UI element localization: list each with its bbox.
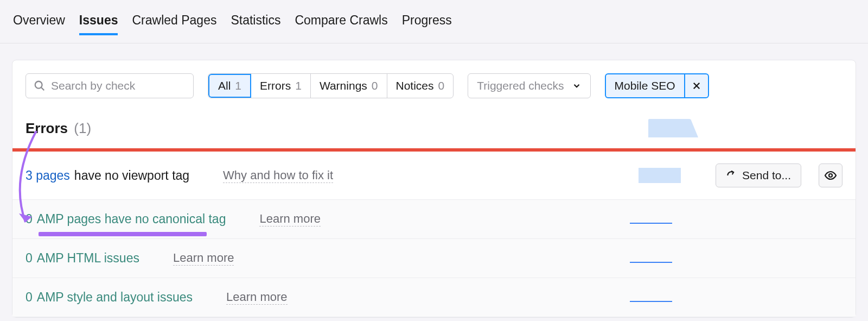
issue-row-viewport: 3 pages have no viewport tag Why and how…	[12, 152, 856, 200]
annotation-underline	[39, 232, 207, 236]
send-to-button[interactable]: Send to...	[716, 163, 801, 187]
chip-label[interactable]: Mobile SEO	[606, 74, 685, 97]
issue-page-count-link[interactable]: 3 pages	[25, 168, 70, 183]
issue-count: 0	[25, 251, 33, 266]
issue-count: 0	[25, 212, 33, 226]
chip-remove-button[interactable]	[685, 74, 708, 97]
svg-point-4	[829, 174, 832, 177]
search-icon	[34, 80, 46, 92]
learn-more-link[interactable]: Learn more	[226, 290, 288, 305]
filter-warnings-count: 0	[372, 79, 378, 92]
tab-statistics[interactable]: Statistics	[231, 13, 280, 35]
filter-toolbar: Search by check All 1 Errors 1 Warnings …	[12, 73, 856, 114]
row-sparkline	[630, 301, 672, 302]
issue-row-amp-style: 0 AMP style and layout issues Learn more	[12, 278, 856, 317]
filter-errors[interactable]: Errors 1	[251, 74, 311, 98]
tab-compare-crawls[interactable]: Compare Crawls	[295, 13, 387, 35]
tab-overview[interactable]: Overview	[13, 13, 65, 35]
section-count: (1)	[74, 120, 91, 136]
filter-warnings-label: Warnings	[320, 79, 367, 92]
search-placeholder: Search by check	[51, 79, 135, 92]
share-icon	[726, 170, 737, 181]
filter-notices-count: 0	[438, 79, 445, 92]
filter-errors-count: 1	[295, 79, 302, 92]
issue-description: AMP HTML issues	[37, 251, 139, 266]
filter-all-label: All	[218, 79, 231, 92]
row-sparkline	[639, 168, 681, 183]
dropdown-label: Triggered checks	[477, 79, 564, 92]
chevron-down-icon	[572, 81, 582, 91]
issues-panel: Search by check All 1 Errors 1 Warnings …	[12, 60, 856, 318]
errors-section-header: Errors (1)	[12, 114, 856, 148]
why-fix-link[interactable]: Why and how to fix it	[223, 168, 333, 183]
tab-crawled-pages[interactable]: Crawled Pages	[132, 13, 216, 35]
row-sparkline	[630, 223, 672, 224]
close-icon	[692, 81, 701, 91]
section-sparkline-placeholder	[648, 119, 691, 137]
filter-notices-label: Notices	[396, 79, 434, 92]
learn-more-link[interactable]: Learn more	[173, 251, 234, 266]
filter-warnings[interactable]: Warnings 0	[311, 74, 387, 98]
issue-description: have no viewport tag	[74, 168, 189, 183]
severity-filter: All 1 Errors 1 Warnings 0 Notices 0	[208, 73, 454, 98]
tab-progress[interactable]: Progress	[402, 13, 452, 35]
learn-more-link[interactable]: Learn more	[259, 212, 321, 226]
section-title: Errors	[25, 120, 68, 136]
filter-all-count: 1	[235, 79, 241, 92]
issue-count: 0	[25, 290, 33, 305]
send-to-label: Send to...	[742, 169, 791, 182]
tab-issues[interactable]: Issues	[79, 13, 118, 35]
filter-all[interactable]: All 1	[208, 74, 251, 98]
eye-icon	[824, 169, 837, 182]
issue-description: AMP style and layout issues	[37, 290, 193, 305]
issue-description: AMP pages have no canonical tag	[37, 212, 226, 226]
filter-chip-mobile-seo: Mobile SEO	[605, 73, 709, 98]
triggered-checks-dropdown[interactable]: Triggered checks	[468, 73, 590, 98]
filter-errors-label: Errors	[260, 79, 291, 92]
hide-issue-button[interactable]	[819, 163, 843, 187]
search-input[interactable]: Search by check	[25, 73, 194, 98]
svg-line-1	[41, 87, 44, 91]
svg-point-0	[35, 81, 42, 89]
tab-bar: Overview Issues Crawled Pages Statistics…	[0, 0, 868, 43]
row-sparkline	[630, 262, 672, 263]
issue-row-amp-html: 0 AMP HTML issues Learn more	[12, 239, 856, 278]
filter-notices[interactable]: Notices 0	[387, 74, 454, 98]
